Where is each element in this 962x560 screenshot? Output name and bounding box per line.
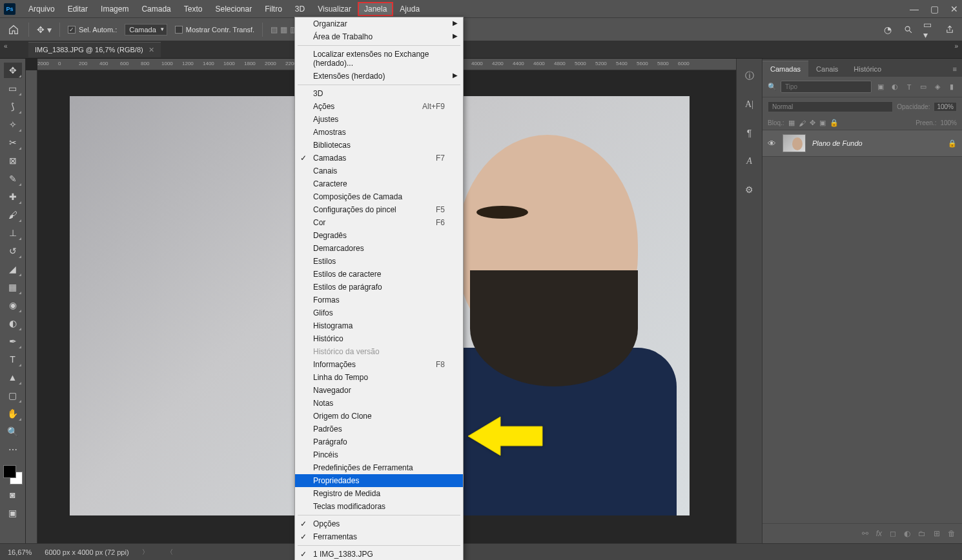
close-tab-icon[interactable]: ✕ [148, 46, 154, 54]
menu-item-caractere[interactable]: Caractere [295, 177, 463, 190]
status-prev-icon[interactable]: 〈 [167, 548, 173, 557]
menu-item-op-es[interactable]: ✓Opções [295, 517, 463, 530]
layer-item-background[interactable]: 👁 Plano de Fundo 🔒 [762, 130, 962, 157]
menu-item-formas[interactable]: Formas [295, 294, 463, 306]
lock-artboard-icon[interactable]: ▣ [819, 119, 826, 127]
color-swatch[interactable] [3, 465, 23, 485]
panel-tab-histórico[interactable]: Histórico [846, 61, 889, 77]
menu-item-composi-es-de-camada[interactable]: Composições de Camada [295, 190, 463, 203]
opacity-value[interactable]: 100% [934, 102, 957, 112]
layer-visibility-icon[interactable]: 👁 [768, 139, 776, 148]
menu-item-estilos-de-caractere[interactable]: Estilos de caractere [295, 268, 463, 281]
zoom-tool[interactable]: 🔍 [4, 424, 22, 439]
layer-group-icon[interactable]: 🗀 [918, 529, 926, 538]
layer-mask-icon[interactable]: ◻ [890, 529, 896, 538]
menu-item-bibliotecas[interactable]: Bibliotecas [295, 139, 463, 152]
menu-item-a-es[interactable]: AçõesAlt+F9 [295, 100, 463, 113]
lock-all-icon[interactable]: 🔒 [830, 119, 839, 127]
menu-janela[interactable]: Janela [358, 2, 393, 16]
menu-item-glifos[interactable]: Glifos [295, 306, 463, 319]
collapse-left-icon[interactable]: « [4, 43, 8, 50]
menu-texto[interactable]: Texto [178, 2, 209, 16]
edit-toolbar-icon[interactable]: ⋯ [4, 442, 22, 457]
lock-pixels-icon[interactable]: 🖌 [799, 119, 806, 127]
menu-item-predefini-es-de-ferramenta[interactable]: Predefinições de Ferramenta [295, 461, 463, 474]
menu-visualizar[interactable]: Visualizar [311, 2, 358, 16]
menu-item-hist-rico[interactable]: Histórico [295, 332, 463, 345]
menu-item-origem-do-clone[interactable]: Origem do Clone [295, 410, 463, 423]
filter-adjust-icon[interactable]: ◐ [890, 82, 900, 92]
hand-tool[interactable]: ✋ [4, 406, 22, 421]
menu-item-navegador[interactable]: Navegador [295, 384, 463, 397]
eraser-tool[interactable]: ◢ [4, 261, 22, 277]
adjustments-panel-icon[interactable]: ⚙ [742, 183, 757, 197]
eyedropper-tool[interactable]: ✎ [4, 171, 22, 186]
filter-shape-icon[interactable]: ▭ [918, 82, 928, 92]
lock-transparent-icon[interactable]: ▦ [788, 119, 795, 127]
share-icon[interactable] [944, 24, 956, 35]
collapse-right-icon[interactable]: » [954, 43, 958, 50]
filter-image-icon[interactable]: ▣ [875, 82, 886, 92]
document-dimensions[interactable]: 6000 px x 4000 px (72 ppi) [45, 548, 128, 556]
panel-tab-canais[interactable]: Canais [808, 61, 846, 77]
info-panel-icon[interactable]: ⓘ [742, 69, 757, 83]
menu-item-ferramentas[interactable]: ✓Ferramentas [295, 530, 463, 543]
paragraph-panel-icon[interactable]: ¶ [742, 126, 757, 140]
type-tool[interactable]: T [4, 352, 22, 367]
menu-item-1-img-1383-jpg[interactable]: ✓1 IMG_1383.JPG [295, 548, 463, 560]
blend-mode-select[interactable]: Normal [768, 101, 893, 112]
brush-tool[interactable]: 🖌 [4, 207, 22, 223]
crop-tool[interactable]: ✂ [4, 135, 22, 150]
menu-item-estilos[interactable]: Estilos [295, 255, 463, 268]
menu-item-informa-es[interactable]: InformaçõesF8 [295, 358, 463, 371]
menu-item-canais[interactable]: Canais [295, 165, 463, 177]
marquee-tool[interactable]: ▭ [4, 81, 22, 96]
align-left-icon[interactable]: ▤ [271, 25, 278, 34]
menu-item-estilos-de-par-grafo[interactable]: Estilos de parágrafo [295, 281, 463, 294]
screen-mode-tool[interactable]: ▣ [4, 505, 22, 521]
align-center-icon[interactable]: ▦ [280, 25, 287, 34]
adjustment-layer-icon[interactable]: ◐ [904, 529, 910, 538]
path-select-tool[interactable]: ▲ [4, 370, 22, 385]
menu-item-cor[interactable]: CorF6 [295, 216, 463, 229]
layer-filter-input[interactable] [781, 81, 872, 93]
panel-menu-icon[interactable]: ≡ [948, 61, 962, 77]
menu-item-linha-do-tempo[interactable]: Linha do Tempo [295, 371, 463, 384]
menu-item-padr-es[interactable]: Padrões [295, 423, 463, 435]
delete-layer-icon[interactable]: 🗑 [948, 529, 956, 538]
screen-mode-icon[interactable]: ▭ ▾ [923, 24, 935, 35]
move-tool[interactable]: ✥ [4, 63, 22, 78]
layer-thumbnail[interactable] [783, 134, 806, 152]
menu-imagem[interactable]: Imagem [94, 2, 135, 16]
menu-item-demarcadores[interactable]: Demarcadores [295, 242, 463, 255]
show-transform-checkbox[interactable]: Mostrar Contr. Transf. [175, 26, 254, 34]
menu-item-degrad-s[interactable]: Degradês [295, 229, 463, 242]
lasso-tool[interactable]: ⟆ [4, 99, 22, 114]
layer-fx-icon[interactable]: fx [876, 529, 882, 538]
healing-tool[interactable]: ✚ [4, 189, 22, 205]
filter-toggle-icon[interactable]: ▮ [947, 82, 957, 92]
foreground-color[interactable] [3, 465, 16, 478]
menu-item-par-grafo[interactable]: Parágrafo [295, 435, 463, 448]
status-menu-arrow-icon[interactable]: 〉 [142, 548, 148, 557]
menu-item-notas[interactable]: Notas [295, 397, 463, 410]
dodge-tool[interactable]: ◐ [4, 315, 22, 331]
maximize-button[interactable]: ▢ [930, 4, 939, 14]
auto-select-target-dropdown[interactable]: Camada [125, 24, 167, 35]
menu-item-registro-de-medida[interactable]: Registro de Medida [295, 487, 463, 500]
history-brush-tool[interactable]: ↺ [4, 243, 22, 259]
document-tab[interactable]: IMG_1383.JPG @ 16,7% (RGB/8) ✕ [28, 42, 161, 57]
menu-item-amostras[interactable]: Amostras [295, 126, 463, 139]
search-icon[interactable] [903, 24, 914, 35]
filter-smart-icon[interactable]: ◈ [932, 82, 943, 92]
menu-item-propriedades[interactable]: Propriedades [295, 474, 463, 487]
frame-tool[interactable]: ⊠ [4, 153, 22, 168]
wand-tool[interactable]: ✧ [4, 117, 22, 132]
menu-item-pinc-is[interactable]: Pincéis [295, 448, 463, 461]
auto-select-checkbox[interactable]: ✓ Sel. Autom.: [68, 26, 117, 34]
menu-item-configura-es-do-pincel[interactable]: Configurações do pincelF5 [295, 203, 463, 216]
gradient-tool[interactable]: ▦ [4, 279, 22, 295]
menu-3d[interactable]: 3D [289, 2, 311, 16]
menu-item-camadas[interactable]: ✓CamadasF7 [295, 152, 463, 165]
menu-item-teclas-modificadoras[interactable]: Teclas modificadoras [295, 500, 463, 513]
